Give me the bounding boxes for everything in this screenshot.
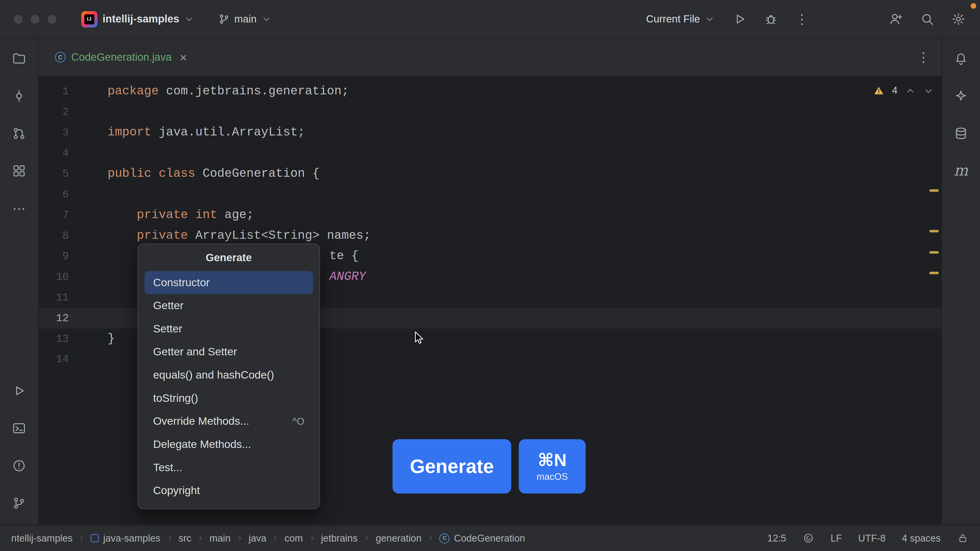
breadcrumb-com[interactable]: com [285,533,303,544]
popup-item-constructor[interactable]: Constructor [145,271,313,294]
more-horizontal-icon: ⋯ [13,202,25,214]
popup-item-tostring[interactable]: toString() [145,387,313,410]
line-number: 3 [39,122,106,143]
structure-tool-button[interactable] [6,158,32,183]
commit-tool-button[interactable] [6,83,32,108]
close-tab-icon[interactable]: × [180,51,187,64]
ai-assistant-tool-button[interactable] [948,83,974,108]
previous-problem-button[interactable] [905,85,916,96]
settings-button[interactable] [945,8,971,30]
caret-position-widget[interactable]: 12:5 [767,533,786,544]
tab-options-button[interactable]: ⋮ [917,51,930,64]
breadcrumb-src[interactable]: src [178,533,191,544]
code-line[interactable] [107,102,941,122]
shortcut-keycap: ⌘N macOS [519,439,586,494]
code-keyword: private [137,229,195,242]
code-line[interactable] [107,184,941,205]
line-number: 9 [39,246,106,267]
generate-overlay-button[interactable]: Generate [393,439,511,494]
line-separator-widget[interactable]: LF [831,533,842,544]
breadcrumb-separator-icon [309,535,315,541]
maven-tool-button[interactable]: m [948,158,974,183]
breadcrumbs: ntellij-samples java-samples src main ja… [11,533,525,544]
breadcrumb-separator-icon [272,535,279,541]
play-icon [732,12,746,26]
database-tool-button[interactable] [948,121,974,146]
breadcrumb-main[interactable]: main [210,533,231,544]
code-keyword: import [107,125,159,139]
warning-triangle-icon [873,85,885,96]
popup-item-label: toString() [153,392,198,405]
code-line[interactable]: import java.util.ArrayList; [107,122,941,143]
line-number: 2 [39,102,106,122]
branch-selector[interactable]: main [213,10,277,29]
breadcrumb-generation[interactable]: generation [375,533,422,544]
search-everywhere-button[interactable] [914,8,940,30]
popup-item-override-methods[interactable]: Override Methods...^O [145,410,313,433]
more-tool-windows-button[interactable]: ⋯ [6,196,32,221]
breadcrumb-separator-icon [236,535,243,541]
code-line[interactable]: private int age; [107,205,941,225]
maven-icon: m [954,163,968,178]
project-selector[interactable]: intellij-samples [97,9,199,29]
pull-requests-tool-button[interactable] [6,121,32,146]
close-window-button[interactable] [14,15,22,24]
tab-codegeneration-java[interactable]: C CodeGeneration.java × [51,39,191,76]
breadcrumb-label: src [178,533,191,544]
debug-button[interactable] [757,8,784,30]
line-number: 13 [39,329,106,349]
breadcrumb-separator-icon [78,535,85,541]
code-line[interactable]: package com.jetbrains.generation; [107,81,941,102]
code-text: } [107,332,115,345]
run-tool-button[interactable] [6,378,32,403]
enum-constant-fragment: ANGRY [329,267,366,287]
code-text: com.jetbrains.generation; [166,84,349,98]
indent-widget[interactable]: 4 spaces [902,533,941,544]
terminal-tool-button[interactable] [6,416,32,441]
code-line[interactable]: public class CodeGeneration { [107,164,941,184]
project-tool-button[interactable] [6,46,32,71]
next-problem-button[interactable] [923,85,934,96]
readonly-toggle[interactable] [957,532,969,545]
add-user-icon [888,12,903,26]
class-icon: C [55,52,66,62]
encoding-widget[interactable]: UTF-8 [858,533,886,544]
zoom-window-button[interactable] [48,15,56,24]
popup-item-equals-hashcode[interactable]: equals() and hashCode() [145,364,313,387]
inspections-widget[interactable]: 4 [873,85,934,96]
popup-item-copyright[interactable]: Copyright [145,479,313,502]
code-line[interactable]: private ArrayList<String> names; [107,225,941,246]
breadcrumb-class[interactable]: CCodeGeneration [440,533,525,544]
shortcut-platform-label: macOS [536,471,568,482]
version-control-tool-button[interactable] [6,490,32,515]
breadcrumb-module[interactable]: java-samples [91,533,161,544]
popup-item-label: Getter [153,299,183,312]
popup-item-getter-and-setter[interactable]: Getter and Setter [145,341,313,364]
more-actions-button[interactable]: ⋮ [789,8,815,30]
run-configuration-selector[interactable]: Current File [640,10,721,29]
line-number: 4 [39,143,106,164]
breadcrumb-separator-icon [427,535,434,541]
popup-item-delegate-methods[interactable]: Delegate Methods... [145,433,313,456]
chevron-down-icon [704,14,715,24]
mouse-cursor [412,330,426,345]
code-text: java.util.ArrayList; [159,125,305,139]
breadcrumb-label: generation [375,533,422,544]
breadcrumb-project[interactable]: ntellij-samples [11,533,73,544]
run-configuration-label: Current File [646,13,700,25]
run-button[interactable] [726,8,752,30]
popup-item-setter[interactable]: Setter [145,318,313,341]
breadcrumb-java[interactable]: java [248,533,266,544]
problems-tool-button[interactable] [6,453,32,478]
ai-status-widget[interactable] [802,532,815,545]
line-number: 6 [39,184,106,205]
code-with-me-button[interactable] [883,8,909,30]
code-line[interactable] [107,143,941,164]
breadcrumb-jetbrains[interactable]: jetbrains [321,533,358,544]
breadcrumb-label: jetbrains [321,533,358,544]
minimize-window-button[interactable] [30,15,39,24]
notifications-tool-button[interactable] [948,46,974,71]
popup-item-test[interactable]: Test... [145,456,313,479]
popup-item-getter[interactable]: Getter [145,294,313,318]
chevron-down-icon [261,14,272,24]
